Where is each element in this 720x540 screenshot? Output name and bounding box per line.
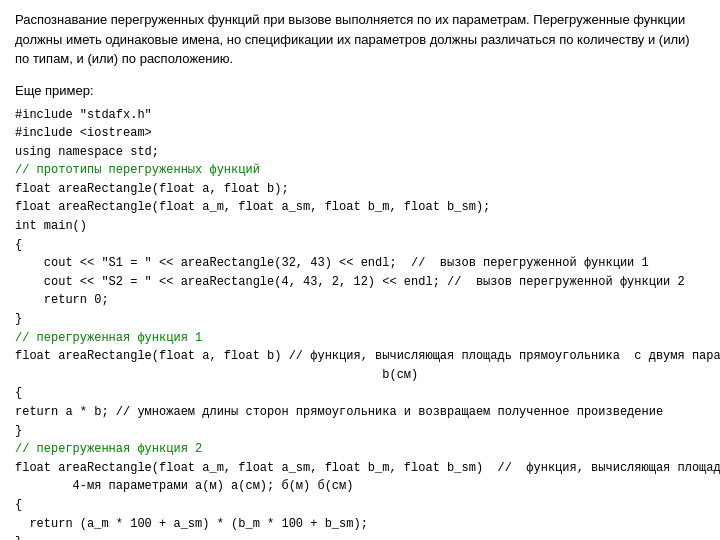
- code-line: return (a_m * 100 + a_sm) * (b_m * 100 +…: [15, 515, 705, 534]
- code-line: b(см): [15, 366, 705, 385]
- code-line: cout << "S2 = " << areaRectangle(4, 43, …: [15, 273, 705, 292]
- code-line: {: [15, 236, 705, 255]
- code-block: #include "stdafx.h"#include <iostream>us…: [15, 106, 705, 541]
- example-label: Еще пример:: [15, 83, 705, 98]
- intro-paragraph: Распознавание перегруженных функций при …: [15, 10, 705, 69]
- code-line: }: [15, 422, 705, 441]
- code-line: return a * b; // умножаем длины сторон п…: [15, 403, 705, 422]
- code-line: #include <iostream>: [15, 124, 705, 143]
- code-line: return 0;: [15, 291, 705, 310]
- code-line: }: [15, 533, 705, 540]
- code-line: {: [15, 384, 705, 403]
- code-line: float areaRectangle(float a, float b) //…: [15, 347, 705, 366]
- code-line: float areaRectangle(float a_m, float a_s…: [15, 198, 705, 217]
- code-line: #include "stdafx.h": [15, 106, 705, 125]
- code-line: float areaRectangle(float a, float b);: [15, 180, 705, 199]
- code-line: {: [15, 496, 705, 515]
- code-line: }: [15, 310, 705, 329]
- code-line: // перегруженная функция 2: [15, 440, 705, 459]
- code-line: using namespace std;: [15, 143, 705, 162]
- code-line: // перегруженная функция 1: [15, 329, 705, 348]
- code-line: int main(): [15, 217, 705, 236]
- code-line: float areaRectangle(float a_m, float a_s…: [15, 459, 705, 478]
- code-line: cout << "S1 = " << areaRectangle(32, 43)…: [15, 254, 705, 273]
- code-line: 4-мя параметрами а(м) а(см); б(м) б(см): [15, 477, 705, 496]
- code-line: // прототипы перегруженных функций: [15, 161, 705, 180]
